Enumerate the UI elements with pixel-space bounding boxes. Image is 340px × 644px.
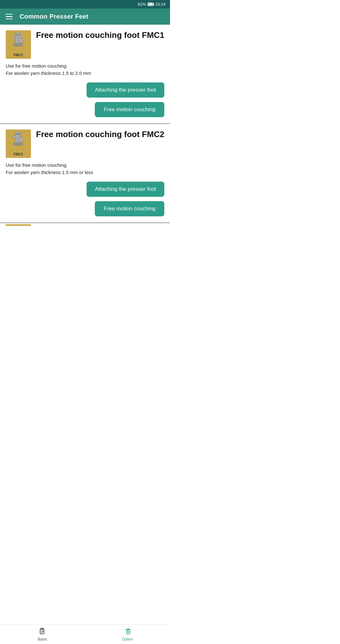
presser-foot-svg-fmc1 — [9, 32, 28, 54]
card-title-fmc1: Free motion couching foot FMC1 — [36, 30, 164, 40]
product-image-fmc1: FMC1 — [6, 30, 31, 59]
svg-rect-5 — [12, 37, 16, 38]
menu-button[interactable] — [6, 14, 13, 20]
status-bar: 81% 15:24 — [0, 0, 170, 9]
card-buttons-fmc1: Attaching the presser foot Free motion c… — [6, 82, 164, 117]
svg-point-14 — [16, 143, 20, 145]
app-bar: Common Presser Feet — [0, 9, 170, 25]
free-motion-couching-btn-fmc2[interactable]: Free motion couching — [95, 201, 164, 216]
card-top-fmc1: FMC1 Free motion couching foot FMC1 — [6, 30, 164, 59]
card-info-fmc1: Free motion couching foot FMC1 — [36, 30, 164, 44]
app-title: Common Presser Feet — [20, 13, 88, 20]
svg-rect-15 — [20, 138, 23, 141]
card-desc-fmc1: Use for free motion couching.For woolen … — [6, 63, 164, 77]
time: 15:24 — [155, 2, 166, 7]
svg-point-12 — [17, 132, 19, 134]
attach-presser-foot-btn-fmc2[interactable]: Attaching the presser foot — [87, 182, 164, 197]
card-buttons-fmc2: Attaching the presser foot Free motion c… — [6, 182, 164, 216]
card-title-fmc2: Free motion couching foot FMC2 — [36, 129, 164, 139]
presser-card-fmc2: FMC2 Free motion couching foot FMC2 Use … — [0, 124, 170, 223]
card-desc-fmc2: Use for free motion couching.For woolen … — [6, 162, 164, 176]
battery-percent: 81% — [137, 2, 146, 7]
presser-foot-svg-fmc2 — [9, 131, 28, 153]
content-area: FMC1 Free motion couching foot FMC1 Use … — [0, 25, 170, 246]
svg-rect-7 — [20, 39, 23, 42]
svg-point-6 — [16, 44, 20, 46]
free-motion-couching-btn-fmc1[interactable]: Free motion couching — [95, 102, 164, 117]
svg-point-4 — [17, 33, 19, 34]
svg-rect-13 — [12, 136, 16, 137]
battery-icon — [148, 3, 153, 6]
product-image-fmc2: FMC2 — [6, 129, 31, 158]
card-top-fmc2: FMC2 Free motion couching foot FMC2 — [6, 129, 164, 158]
attach-presser-foot-btn-fmc1[interactable]: Attaching the presser foot — [87, 82, 164, 98]
card-info-fmc2: Free motion couching foot FMC2 — [36, 129, 164, 143]
presser-card-fmc1: FMC1 Free motion couching foot FMC1 Use … — [0, 25, 170, 124]
bottom-nav-spacer — [0, 226, 170, 246]
